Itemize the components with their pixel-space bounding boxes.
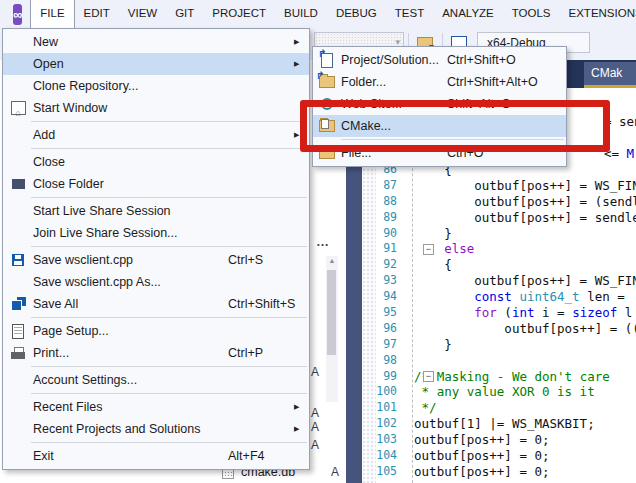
menubar-item-extensions[interactable]: EXTENSIONS (560, 0, 636, 27)
solution-explorer-scrollbar[interactable]: ▲ (326, 256, 338, 402)
menubar-item-edit[interactable]: EDIT (75, 0, 119, 27)
code-token: sizeof (572, 305, 617, 320)
menu-icon-gutter (3, 297, 33, 311)
code-line[interactable]: outbuf[pos++] = sendlen (399, 210, 636, 226)
menu-item-start-window[interactable]: Start Window (3, 97, 309, 119)
menu-item-exit[interactable]: ExitAlt+F4 (3, 445, 309, 467)
submenu-arrow-icon: ▶ (294, 425, 309, 433)
code-line[interactable]: const uint64_t len = (399, 289, 636, 305)
code-token: } (399, 226, 452, 241)
code-line[interactable]: outbuf[pos++] = 0; (399, 464, 636, 480)
menu-item-open[interactable]: Open▶ (3, 53, 309, 75)
menubar-item-project[interactable]: PROJECT (203, 0, 275, 27)
menu-item-label: Close (33, 155, 228, 169)
code-token: outbuf[pos++] = sendlen (399, 210, 636, 225)
menu-item-label: Recent Projects and Solutions (33, 422, 228, 436)
menu-item-add[interactable]: Add▶ (3, 124, 309, 146)
menubar-item-test[interactable]: TEST (386, 0, 433, 27)
menu-item-label: Recent Files (33, 400, 228, 414)
code-token: outbuf[pos++] = (sendle (399, 194, 636, 209)
menu-separator (31, 317, 307, 318)
menu-item-label: Start Live Share Session (33, 204, 228, 218)
code-line[interactable]: } (399, 226, 636, 242)
menu-separator (31, 366, 307, 367)
menu-item-label: Open (33, 57, 228, 71)
menu-separator (31, 197, 307, 198)
menubar-item-analyze[interactable]: ANALYZE (433, 0, 503, 27)
code-line[interactable]: outbuf[pos++] = WS_FIN (399, 178, 636, 194)
menu-item-folder[interactable]: Folder...Ctrl+Shift+Alt+O (313, 71, 566, 93)
tab-cmake-document[interactable]: CMak (584, 62, 636, 88)
line-number: 99 (362, 369, 397, 385)
menu-shortcut: Ctrl+S (228, 253, 294, 267)
scroll-up-icon[interactable]: ▲ (326, 257, 338, 264)
code-line[interactable]: /* Masking - We don't care (399, 369, 636, 385)
menu-separator (31, 393, 307, 394)
code-line[interactable]: */ (399, 400, 636, 416)
menu-item-save-wsclient-cpp-as[interactable]: Save wsclient.cpp As... (3, 271, 309, 293)
menu-item-print[interactable]: Print...Ctrl+P (3, 342, 309, 364)
code-line[interactable]: outbuf[pos++] = WS_FIN (399, 273, 636, 289)
git-status-badge: A (311, 365, 325, 379)
submenu-arrow-icon: ▶ (294, 38, 309, 46)
menu-item-account-settings[interactable]: Account Settings... (3, 369, 309, 391)
code-token: uint64_t (519, 289, 579, 304)
code-line[interactable]: outbuf[pos++] = (sendle (399, 194, 636, 210)
menu-item-save-wsclient-cpp[interactable]: Save wsclient.cppCtrl+S (3, 249, 309, 271)
menubar-item-git[interactable]: GIT (166, 0, 203, 27)
code-line[interactable]: { (399, 257, 636, 273)
menu-shortcut: Alt+F4 (228, 449, 294, 463)
menu-item-recent-projects-and-solutions[interactable]: Recent Projects and Solutions▶ (3, 418, 309, 440)
line-number: 90 (362, 226, 397, 242)
menu-item-recent-files[interactable]: Recent Files▶ (3, 396, 309, 418)
code-line[interactable]: outbuf[pos++] = 0; (399, 448, 636, 464)
menu-shortcut: Ctrl+P (228, 346, 294, 360)
menubar-item-view[interactable]: VIEW (119, 0, 166, 27)
menu-item-new[interactable]: New▶ (3, 31, 309, 53)
line-number-column: 8687888990919293949596979899100101102103… (362, 162, 397, 480)
line-number: 103 (362, 432, 397, 448)
code-line[interactable]: * any value XOR 0 is it (399, 384, 636, 400)
code-line[interactable] (399, 353, 636, 369)
code-token: for (474, 305, 497, 320)
menubar-item-file[interactable]: FILE (30, 0, 74, 29)
line-number: 93 (362, 273, 397, 289)
code-line[interactable]: outbuf[pos++] = (( (399, 321, 636, 337)
menu-item-label: Project/Solution... (341, 53, 447, 67)
code-token (399, 305, 474, 320)
code-line[interactable]: for (int i = sizeof l (399, 305, 636, 321)
code-token: * any value XOR 0 is it (399, 384, 595, 399)
git-status-badge: A (311, 438, 325, 452)
code-token: outbuf[pos++] = 0; (399, 448, 550, 463)
code-token (399, 289, 474, 304)
menu-separator (31, 246, 307, 247)
menu-item-start-live-share-session[interactable]: Start Live Share Session (3, 200, 309, 222)
menu-item-close-folder[interactable]: Close Folder (3, 173, 309, 195)
menu-shortcut: Ctrl+Shift+O (447, 53, 551, 67)
menubar-item-debug[interactable]: DEBUG (327, 0, 386, 27)
menubar-item-tools[interactable]: TOOLS (503, 0, 560, 27)
code-line[interactable]: outbuf[1] |= WS_MASKBIT; (399, 416, 636, 432)
overflow-dots-icon[interactable]: … (316, 234, 330, 249)
git-status-badge: A (311, 406, 325, 420)
code-line[interactable]: else (399, 241, 636, 257)
code-token: len = (580, 289, 625, 304)
scrollbar-thumb[interactable] (327, 270, 336, 355)
code-lines[interactable]: { outbuf[pos++] = WS_FIN outbuf[pos++] =… (399, 162, 636, 480)
menu-item-save-all[interactable]: Save AllCtrl+Shift+S (3, 293, 309, 315)
menu-item-label: Close Folder (33, 177, 228, 191)
code-line[interactable]: outbuf[pos++] = 0; (399, 432, 636, 448)
menu-item-join-live-share-session[interactable]: Join Live Share Session... (3, 222, 309, 244)
line-number: 105 (362, 464, 397, 480)
menubar-item-build[interactable]: BUILD (275, 0, 327, 27)
menu-separator (31, 121, 307, 122)
menu-item-clone-repository[interactable]: Clone Repository... (3, 75, 309, 97)
line-number: 97 (362, 337, 397, 353)
fold-collapse-button[interactable]: − (423, 371, 434, 382)
fold-collapse-button[interactable]: − (423, 244, 434, 255)
menu-item-project-solution[interactable]: Project/Solution...Ctrl+Shift+O (313, 49, 566, 71)
start-window-icon (11, 101, 26, 115)
menu-item-close[interactable]: Close (3, 151, 309, 173)
menu-item-page-setup[interactable]: Page Setup... (3, 320, 309, 342)
code-line[interactable]: } (399, 337, 636, 353)
